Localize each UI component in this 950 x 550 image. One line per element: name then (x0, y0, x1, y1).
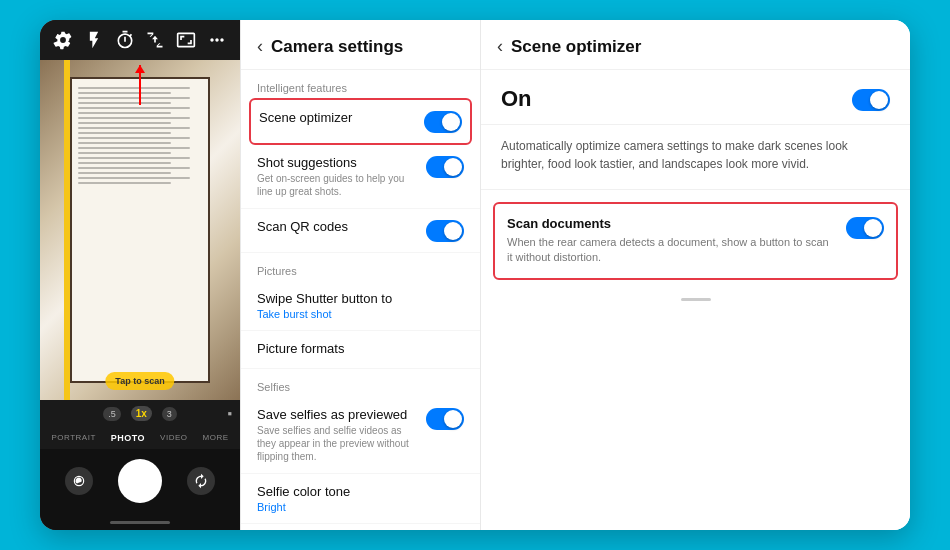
camera-preview: Tap to scan (40, 60, 240, 400)
selfie-color-link[interactable]: Bright (257, 501, 454, 513)
settings-title: Camera settings (271, 37, 403, 57)
scan-qr-toggle[interactable] (426, 220, 464, 242)
mode-photo[interactable]: PHOTO (111, 433, 145, 443)
optimizer-header: ‹ Scene optimizer (481, 20, 910, 70)
swipe-shutter-link[interactable]: Take burst shot (257, 308, 454, 320)
scene-optimizer-toggle[interactable] (424, 111, 462, 133)
settings-header: ‹ Camera settings (241, 20, 480, 70)
camera-settings-panel: ‹ Camera settings Intelligent features S… (240, 20, 480, 530)
more-icon[interactable] (207, 30, 227, 54)
tap-to-scan-label[interactable]: Tap to scan (105, 372, 174, 390)
optimizer-description: Automatically optimize camera settings t… (481, 125, 910, 190)
shot-suggestions-desc: Get on-screen guides to help you line up… (257, 172, 416, 198)
optimizer-on-toggle[interactable] (852, 89, 890, 111)
book-page (70, 77, 210, 383)
scan-docs-toggle[interactable] (846, 217, 884, 239)
scan-docs-title: Scan documents (507, 216, 836, 231)
save-selfies-desc: Save selfies and selfie videos as they a… (257, 424, 416, 463)
phone-controls (40, 449, 240, 517)
phone-modes: PORTRAIT PHOTO VIDEO MORE (40, 427, 240, 449)
aspect-icon[interactable] (176, 30, 196, 54)
save-selfies-label: Save selfies as previewed (257, 407, 416, 422)
phone-panel: Tap to scan .5 1x 3 ▪ PORTRAIT PHOTO VID… (40, 20, 240, 530)
timer-icon[interactable] (115, 30, 135, 54)
section-intelligent: Intelligent features (241, 70, 480, 98)
mode-portrait[interactable]: PORTRAIT (51, 433, 95, 443)
settings-back-button[interactable]: ‹ (257, 36, 263, 57)
gear-icon[interactable] (53, 30, 73, 54)
section-selfies: Selfies (241, 369, 480, 397)
optimizer-on-label: On (501, 86, 532, 112)
red-arrow (139, 65, 141, 105)
selfie-color-row: Selfie color tone Bright (241, 474, 480, 524)
zoom-bar: .5 1x 3 ▪ (40, 400, 240, 427)
optimizer-back-button[interactable]: ‹ (497, 36, 503, 57)
flash-icon[interactable] (84, 30, 104, 54)
picture-formats-label: Picture formats (257, 341, 454, 356)
shutter-button[interactable] (118, 459, 162, 503)
scan-qr-row: Scan QR codes (241, 209, 480, 253)
section-pictures: Pictures (241, 253, 480, 281)
scene-optimizer-row[interactable]: Scene optimizer (249, 98, 472, 145)
shot-suggestions-toggle[interactable] (426, 156, 464, 178)
zoom-point5[interactable]: .5 (103, 407, 121, 421)
shot-suggestions-label: Shot suggestions (257, 155, 416, 170)
picture-formats-row[interactable]: Picture formats (241, 331, 480, 369)
swipe-shutter-row: Swipe Shutter button to Take burst shot (241, 281, 480, 331)
shot-suggestions-row: Shot suggestions Get on-screen guides to… (241, 145, 480, 209)
gallery-thumbnail-icon[interactable]: ▪ (227, 406, 232, 421)
save-selfies-row: Save selfies as previewed Save selfies a… (241, 397, 480, 474)
book-image (40, 60, 240, 400)
scan-docs-desc: When the rear camera detects a document,… (507, 235, 836, 266)
zoom-3x[interactable]: 3 (162, 407, 177, 421)
scan-documents-row: Scan documents When the rear camera dete… (493, 202, 898, 280)
scene-optimizer-label: Scene optimizer (259, 110, 414, 125)
scene-optimizer-panel: ‹ Scene optimizer On Automatically optim… (480, 20, 910, 530)
selfie-color-label: Selfie color tone (257, 484, 454, 499)
swipe-shutter-label: Swipe Shutter button to (257, 291, 454, 306)
phone-top-bar (40, 20, 240, 60)
optimizer-scrollbar (481, 292, 910, 303)
optimizer-on-row: On (481, 70, 910, 125)
main-container: Tap to scan .5 1x 3 ▪ PORTRAIT PHOTO VID… (40, 20, 910, 530)
save-selfies-toggle[interactable] (426, 408, 464, 430)
optimizer-title: Scene optimizer (511, 37, 641, 57)
flip-camera-button[interactable] (187, 467, 215, 495)
mode-more[interactable]: MORE (203, 433, 229, 443)
filter-button[interactable] (65, 467, 93, 495)
flip-icon[interactable] (145, 30, 165, 54)
zoom-1x[interactable]: 1x (131, 406, 152, 421)
scan-qr-label: Scan QR codes (257, 219, 416, 234)
phone-home-bar (40, 517, 240, 530)
mode-video[interactable]: VIDEO (160, 433, 187, 443)
section-videos: Videos (241, 524, 480, 530)
